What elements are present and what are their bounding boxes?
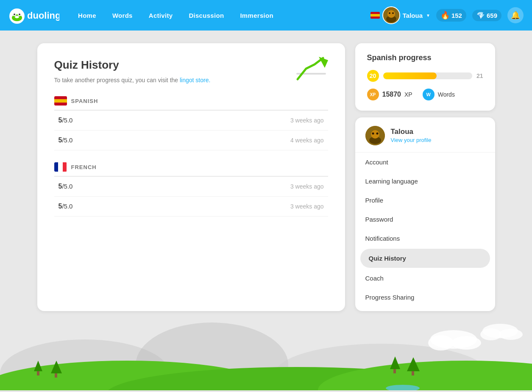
- navbar-right: Taloua ▼ 🔥 152 💎 659 🔔: [370, 6, 524, 24]
- chart-icon: [294, 56, 328, 92]
- streak-count: 152: [451, 12, 462, 19]
- gems-count: 659: [487, 12, 497, 19]
- svg-point-10: [387, 10, 395, 18]
- french-flag: [54, 162, 67, 172]
- navbar: duolingo Home Words Activity Discussion …: [0, 0, 532, 31]
- svg-point-38: [482, 324, 518, 338]
- score-value: 5/5.0: [58, 183, 73, 190]
- svg-point-39: [480, 328, 501, 340]
- french-label: FRENCH: [71, 164, 97, 170]
- svg-point-18: [372, 133, 374, 135]
- user-language-flag: [370, 12, 380, 19]
- menu-item-profile[interactable]: Profile: [355, 191, 495, 210]
- spanish-section: SPANISH 5/5.0 3 weeks ago 5/5.0 4 weeks …: [54, 96, 328, 150]
- menu-item-notifications[interactable]: Notifications: [355, 229, 495, 248]
- lingot-store-link[interactable]: lingot store.: [180, 77, 210, 83]
- spanish-flag: [54, 96, 67, 106]
- nav-home[interactable]: Home: [72, 8, 102, 22]
- menu-item-progress-sharing[interactable]: Progress Sharing: [355, 288, 495, 307]
- progress-bar-row: 20 21: [367, 70, 483, 82]
- menu-item-learning-language[interactable]: Learning language: [355, 172, 495, 191]
- table-row: 5/5.0 4 weeks ago: [54, 131, 328, 150]
- score-value: 5/5.0: [58, 136, 73, 144]
- profile-menu-card: Taloua View your profile Account Learnin…: [355, 117, 495, 311]
- svg-point-5: [19, 14, 20, 15]
- svg-rect-28: [37, 371, 39, 375]
- svg-rect-29: [55, 373, 57, 378]
- svg-point-34: [386, 385, 420, 390]
- sidebar: Spanish progress 20 21 XP 15870 XP W Wor…: [355, 43, 495, 311]
- svg-point-23: [0, 361, 276, 390]
- xp-stat: XP 15870 XP: [367, 89, 412, 100]
- svg-marker-30: [390, 356, 400, 369]
- progress-bar-fill: [383, 72, 437, 79]
- fire-icon: 🔥: [440, 11, 450, 20]
- table-row: 5/5.0 3 weeks ago: [54, 197, 328, 217]
- notifications-button[interactable]: 🔔: [507, 7, 524, 23]
- quiz-history-title: Quiz History: [54, 58, 328, 72]
- nav-activity[interactable]: Activity: [143, 8, 179, 22]
- svg-point-6: [15, 16, 19, 18]
- score-time: 4 weeks ago: [290, 137, 324, 144]
- table-row: 5/5.0 3 weeks ago: [54, 177, 328, 197]
- menu-item-coach[interactable]: Coach: [355, 269, 495, 288]
- progress-stats: XP 15870 XP W Words: [367, 89, 483, 100]
- main-content: Quiz History To take another progress qu…: [12, 31, 521, 324]
- french-section: FRENCH 5/5.0 3 weeks ago 5/5.0 3 weeks a…: [54, 162, 328, 217]
- svg-point-36: [428, 335, 454, 350]
- nav-discussion[interactable]: Discussion: [183, 8, 230, 22]
- svg-marker-26: [34, 361, 42, 371]
- logo[interactable]: duolingo: [8, 7, 59, 24]
- nav-links: Home Words Activity Discussion Immersion: [72, 8, 370, 22]
- score-time: 3 weeks ago: [290, 117, 324, 124]
- user-avatar: [382, 6, 400, 24]
- svg-point-35: [430, 330, 477, 349]
- table-row: 5/5.0 3 weeks ago: [54, 111, 328, 131]
- svg-point-19: [376, 133, 378, 135]
- svg-point-22: [276, 344, 487, 390]
- progress-card: Spanish progress 20 21 XP 15870 XP W Wor…: [355, 43, 495, 111]
- svg-point-24: [106, 367, 487, 390]
- score-time: 3 weeks ago: [290, 203, 324, 210]
- gems-badge[interactable]: 💎 659: [472, 10, 501, 21]
- xp-value: 15870: [382, 91, 401, 98]
- user-menu-trigger[interactable]: Taloua ▼: [370, 6, 430, 24]
- profile-header: Taloua View your profile: [355, 126, 495, 153]
- menu-item-account[interactable]: Account: [355, 153, 495, 172]
- svg-point-17: [371, 130, 379, 139]
- username-display: Taloua: [403, 12, 423, 19]
- words-label: Words: [438, 91, 455, 98]
- svg-point-20: [0, 339, 170, 390]
- chevron-down-icon: ▼: [426, 13, 430, 18]
- profile-avatar: [365, 126, 385, 145]
- svg-point-40: [499, 329, 523, 340]
- profile-username: Taloua: [391, 128, 432, 136]
- menu-item-password[interactable]: Password: [355, 210, 495, 229]
- progress-bar-track: [383, 72, 472, 79]
- profile-info: Taloua View your profile: [391, 128, 432, 144]
- svg-point-4: [14, 14, 15, 15]
- view-profile-link[interactable]: View your profile: [391, 137, 432, 143]
- svg-point-21: [136, 322, 288, 390]
- svg-point-37: [451, 336, 481, 350]
- words-stat: W Words: [423, 89, 455, 100]
- svg-rect-32: [393, 369, 396, 373]
- words-icon: W: [423, 89, 435, 100]
- svg-point-11: [389, 12, 390, 14]
- quiz-history-subtitle: To take another progress quiz, you can v…: [54, 77, 328, 83]
- svg-rect-33: [412, 371, 414, 375]
- next-level-label: 21: [476, 72, 483, 79]
- nav-words[interactable]: Words: [106, 8, 139, 22]
- svg-text:duolingo: duolingo: [27, 10, 59, 21]
- score-value: 5/5.0: [58, 117, 73, 124]
- svg-marker-27: [51, 361, 62, 373]
- nav-immersion[interactable]: Immersion: [234, 8, 279, 22]
- quiz-history-card: Quiz History To take another progress qu…: [37, 43, 345, 311]
- xp-icon: XP: [367, 89, 379, 100]
- xp-label: XP: [404, 91, 412, 98]
- svg-point-12: [392, 12, 394, 14]
- streak-badge[interactable]: 🔥 152: [436, 9, 466, 22]
- spanish-label: SPANISH: [71, 98, 98, 104]
- menu-item-quiz-history[interactable]: Quiz History: [360, 249, 490, 268]
- spanish-header: SPANISH: [54, 96, 328, 111]
